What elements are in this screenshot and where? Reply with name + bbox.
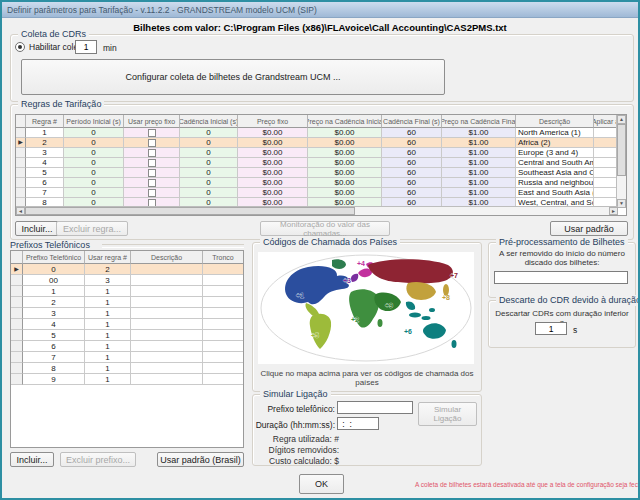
pre-remove-input[interactable] [494,271,628,284]
regras-cell[interactable]: 5 [26,168,64,178]
prefixos-cell[interactable]: 6 [23,341,85,352]
regras-cell[interactable] [594,188,618,198]
regras-cell[interactable]: 0 [180,148,238,158]
row-selector[interactable] [16,168,26,178]
regras-cell[interactable]: 0 [64,168,124,178]
row-selector[interactable] [11,275,23,286]
regras-cell[interactable]: Southeast Asia and Oceania (6) [516,168,594,178]
prefixos-cell[interactable] [203,341,244,352]
prefixos-cell[interactable]: 1 [85,297,131,308]
regras-cell[interactable]: East and South Asia (8) [516,188,594,198]
regras-cell[interactable]: 1 [26,128,64,138]
regras-cell[interactable]: 0 [64,188,124,198]
regras-column-header[interactable]: Descrição [516,115,594,128]
descarte-duration-input[interactable] [535,322,567,335]
regras-vscrollbar[interactable]: ▲ ▼ [616,115,626,208]
prefixos-cell[interactable]: 5 [23,330,85,341]
configurar-coleta-button[interactable]: Configurar coleta de bilhetes de Grandst… [21,59,445,95]
regras-cell[interactable]: 60 [382,158,442,168]
prefixos-cell[interactable]: 9 [23,374,85,385]
regras-cell[interactable]: $0.00 [238,178,308,188]
regras-cell[interactable]: 60 [382,148,442,158]
incluir-prefixo-button[interactable]: Incluir... [10,452,54,467]
regras-cell[interactable]: $1.00 [442,178,516,188]
monitoracao-chamadas-button[interactable]: Monitoração do valor das chamadas... [260,221,390,236]
regras-cell[interactable]: Europe (3 and 4) [516,148,594,158]
regras-cell[interactable]: 4 [26,158,64,168]
row-selector[interactable] [16,158,26,168]
prefixos-cell[interactable] [203,286,244,297]
prefixos-cell[interactable]: 2 [85,264,131,275]
row-selector[interactable] [11,286,23,297]
regras-column-header[interactable]: Preço na Cadência Inicial [308,115,382,128]
hscroll-thumb[interactable] [25,207,355,215]
regras-cell[interactable]: Russia and neighbouring regions [516,178,594,188]
regras-cell[interactable] [124,128,180,138]
regras-column-header[interactable]: Preço na Cadência Final [442,115,516,128]
prefixos-cell[interactable]: 3 [85,275,131,286]
regras-cell[interactable]: 0 [180,128,238,138]
prefixos-cell[interactable] [203,330,244,341]
prefixos-cell[interactable] [203,374,244,385]
regras-cell[interactable]: 0 [64,148,124,158]
vscroll-thumb[interactable] [617,124,626,176]
regras-cell[interactable]: $1.00 [442,188,516,198]
prefixos-column-header[interactable]: Tronco [203,251,244,264]
checkbox-unchecked-icon[interactable] [148,129,156,137]
prefixos-column-header[interactable]: Prefixo Telefônico [23,251,85,264]
regras-cell[interactable]: North America (1) [516,128,594,138]
prefixos-cell[interactable]: 0 [23,264,85,275]
prefixos-cell[interactable]: 00 [23,275,85,286]
prefixos-cell[interactable] [131,286,203,297]
regras-cell[interactable]: $1.00 [442,148,516,158]
regras-cell[interactable]: $0.00 [308,158,382,168]
regras-cell[interactable] [124,158,180,168]
prefixos-column-header[interactable]: Descrição [131,251,203,264]
vscroll-track[interactable] [617,176,626,199]
hscroll-track[interactable] [355,207,609,215]
regras-cell[interactable]: $0.00 [308,188,382,198]
prefixos-cell[interactable]: 1 [85,352,131,363]
prefixos-cell[interactable] [203,319,244,330]
prefixos-cell[interactable]: 1 [85,308,131,319]
regras-cell[interactable]: Central and South America (5) [516,158,594,168]
interval-input[interactable] [75,40,97,54]
regras-cell[interactable]: 6 [26,178,64,188]
regras-cell[interactable]: $1.00 [442,128,516,138]
row-selector[interactable] [16,148,26,158]
scroll-up-icon[interactable]: ▲ [617,115,626,124]
regras-cell[interactable]: Africa (2) [516,138,594,148]
excluir-prefixo-button[interactable]: Excluir prefixo... [60,452,136,467]
regras-column-header[interactable]: Cadência Final (s) [382,115,442,128]
prefixos-cell[interactable] [131,352,203,363]
excluir-regra-button[interactable]: Excluir regra... [56,221,128,236]
regras-cell[interactable]: $1.00 [442,138,516,148]
regras-cell[interactable]: 60 [382,188,442,198]
prefixos-cell[interactable]: 1 [85,363,131,374]
regras-cell[interactable]: 0 [64,158,124,168]
prefixos-cell[interactable] [131,363,203,374]
regras-cell[interactable] [594,148,618,158]
prefixos-cell[interactable]: 2 [23,297,85,308]
regras-cell[interactable] [594,138,618,148]
checkbox-unchecked-icon[interactable] [148,139,156,147]
usar-padrao-brasil-button[interactable]: Usar padrão (Brasil) [157,452,244,467]
checkbox-unchecked-icon[interactable] [148,159,156,167]
prefixos-cell[interactable] [203,275,244,286]
prefixos-cell[interactable] [131,374,203,385]
checkbox-unchecked-icon[interactable] [148,179,156,187]
regras-cell[interactable]: 0 [180,188,238,198]
prefixos-cell[interactable] [131,264,203,275]
regras-cell[interactable]: $0.00 [238,138,308,148]
regras-column-header[interactable]: Regra # [26,115,64,128]
regras-cell[interactable] [124,168,180,178]
row-selector[interactable] [11,308,23,319]
regras-cell[interactable]: 0 [64,128,124,138]
regras-cell[interactable]: 60 [382,178,442,188]
world-calling-codes-map[interactable]: +1+2+3+4+5+6+7+8+9 [258,252,474,364]
regras-cell[interactable] [124,188,180,198]
row-selector[interactable] [11,297,23,308]
row-selector[interactable] [11,341,23,352]
row-selector[interactable]: ▶ [16,138,26,148]
regras-cell[interactable]: 3 [26,148,64,158]
